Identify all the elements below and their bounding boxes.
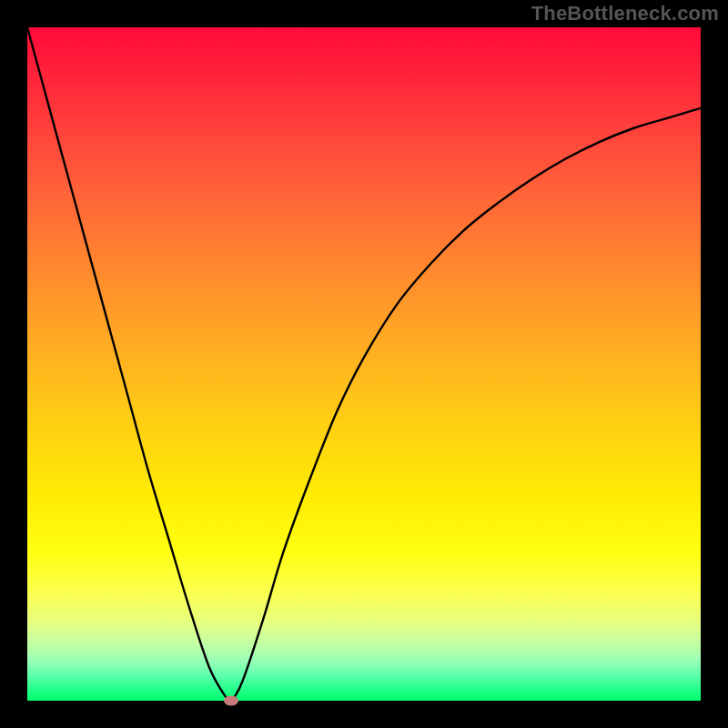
minimum-marker (224, 696, 238, 706)
watermark-text: TheBottleneck.com (531, 2, 719, 25)
plot-area (27, 27, 701, 701)
bottleneck-curve (27, 27, 701, 701)
chart-frame: TheBottleneck.com (0, 0, 728, 728)
